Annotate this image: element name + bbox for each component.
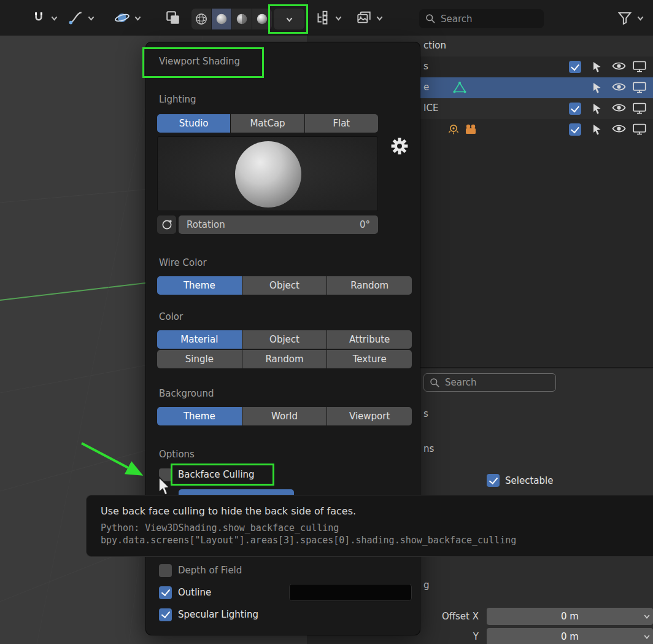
options-section-label: Options bbox=[159, 449, 195, 460]
cursor-pointer-icon bbox=[591, 82, 603, 94]
monitor-icon bbox=[633, 61, 646, 72]
disable-in-viewports-toggle[interactable] bbox=[633, 82, 647, 94]
proportional-editing-dropdown[interactable] bbox=[68, 8, 96, 28]
color-object-button[interactable]: Object bbox=[242, 330, 327, 349]
shading-material-preview-button[interactable] bbox=[232, 9, 252, 29]
hide-in-viewport-toggle[interactable] bbox=[612, 82, 626, 94]
selectable-checkbox[interactable] bbox=[487, 474, 500, 487]
offset-y-field[interactable]: 0 m bbox=[487, 628, 653, 644]
shading-rendered-button[interactable] bbox=[252, 9, 272, 29]
selectable-toggle[interactable] bbox=[591, 103, 605, 115]
backface-culling-tooltip: Use back face culling to hide the back s… bbox=[86, 495, 653, 557]
chevron-down-icon bbox=[87, 14, 96, 23]
offset-y-value: 0 m bbox=[561, 631, 579, 642]
color-material-button[interactable]: Material bbox=[157, 330, 242, 349]
wire-random-button[interactable]: Random bbox=[327, 276, 412, 295]
chevron-down-icon bbox=[636, 14, 645, 23]
disable-in-viewports-toggle[interactable] bbox=[633, 123, 647, 136]
row-label: ction bbox=[423, 40, 446, 51]
xray-toggle-button[interactable] bbox=[163, 8, 183, 28]
tooltip-python-ref: Python: View3DShading.show_backface_cull… bbox=[101, 522, 653, 533]
studiolight-preview[interactable] bbox=[157, 136, 378, 211]
depth-of-field-row[interactable]: Depth of Field bbox=[159, 563, 242, 578]
row-label: s bbox=[423, 61, 428, 72]
wire-theme-button[interactable]: Theme bbox=[157, 276, 242, 295]
monitor-icon bbox=[633, 123, 646, 135]
disable-in-viewports-toggle[interactable] bbox=[633, 103, 647, 115]
lighting-flat-button[interactable]: Flat bbox=[305, 114, 378, 133]
selectable-toggle[interactable] bbox=[591, 82, 605, 94]
outliner-search[interactable] bbox=[419, 9, 544, 28]
chevron-down-icon bbox=[334, 14, 343, 23]
filter-dropdown[interactable] bbox=[617, 8, 645, 28]
filter-funnel-icon bbox=[617, 10, 633, 26]
outline-color-swatch[interactable] bbox=[289, 584, 412, 601]
solid-sphere-icon bbox=[215, 12, 228, 26]
chevron-down-icon bbox=[50, 14, 59, 23]
wireframe-sphere-icon bbox=[195, 12, 208, 26]
background-theme-button[interactable]: Theme bbox=[157, 407, 242, 425]
cursor-pointer-icon bbox=[591, 61, 603, 73]
color-texture-button[interactable]: Texture bbox=[327, 350, 412, 368]
outline-checkbox[interactable] bbox=[159, 586, 172, 599]
orbit-rotate-icon bbox=[161, 219, 173, 231]
collection-exclude-checkbox[interactable] bbox=[569, 123, 581, 136]
properties-search[interactable] bbox=[423, 373, 556, 392]
specular-lighting-row[interactable]: Specular Lighting bbox=[159, 607, 258, 622]
view-layer-dropdown[interactable] bbox=[356, 8, 384, 28]
hide-in-viewport-toggle[interactable] bbox=[612, 61, 626, 73]
wire-object-button[interactable]: Object bbox=[242, 276, 327, 295]
shading-solid-button[interactable] bbox=[212, 9, 231, 29]
rotation-label: Rotation bbox=[187, 219, 225, 230]
offset-x-field[interactable]: 0 m bbox=[487, 608, 653, 625]
snap-magnet-icon bbox=[31, 10, 47, 26]
properties-search-input[interactable] bbox=[445, 377, 531, 388]
color-single-button[interactable]: Single bbox=[157, 350, 242, 368]
studiolight-sphere bbox=[235, 141, 301, 208]
hide-in-viewport-toggle[interactable] bbox=[612, 103, 626, 115]
viewport-shading-dropdown-button[interactable] bbox=[274, 9, 304, 29]
lighting-studio-button[interactable]: Studio bbox=[157, 114, 230, 133]
depth-of-field-checkbox[interactable] bbox=[159, 564, 172, 577]
offset-x-value: 0 m bbox=[561, 611, 579, 622]
shading-wireframe-button[interactable] bbox=[191, 9, 211, 29]
gizmo-sphere-icon bbox=[114, 10, 130, 26]
gizmo-dropdown[interactable] bbox=[114, 8, 142, 28]
color-segmented-row1: Material Object Attribute bbox=[157, 330, 412, 349]
lighting-section-label: Lighting bbox=[159, 94, 196, 105]
tooltip-description: Use back face culling to hide the back s… bbox=[101, 505, 653, 517]
outline-label: Outline bbox=[178, 587, 211, 598]
background-viewport-button[interactable]: Viewport bbox=[327, 407, 412, 425]
view-layer-images-icon bbox=[356, 10, 372, 26]
blender-window: ction s e ICE bbox=[0, 0, 653, 644]
selectable-checkbox-row[interactable]: Selectable bbox=[487, 474, 553, 487]
backface-culling-row[interactable]: Backface Culling bbox=[159, 467, 255, 482]
disable-in-viewports-toggle[interactable] bbox=[633, 61, 647, 73]
backface-culling-checkbox[interactable] bbox=[159, 468, 172, 481]
camera-data-icon bbox=[464, 123, 478, 136]
shading-mode-group bbox=[191, 9, 272, 29]
chevron-down-icon bbox=[375, 14, 384, 23]
rotation-slider[interactable]: Rotation 0° bbox=[179, 215, 378, 234]
selectable-toggle[interactable] bbox=[591, 61, 605, 73]
outline-row[interactable]: Outline bbox=[159, 585, 211, 600]
collection-exclude-checkbox[interactable] bbox=[569, 103, 581, 115]
lighting-segmented-control: Studio MatCap Flat bbox=[157, 114, 378, 133]
hide-in-viewport-toggle[interactable] bbox=[612, 123, 626, 136]
studiolight-settings-button[interactable] bbox=[390, 137, 409, 157]
selectable-label: Selectable bbox=[505, 475, 553, 486]
specular-lighting-checkbox[interactable] bbox=[159, 608, 172, 621]
snapping-dropdown[interactable] bbox=[31, 8, 59, 28]
search-icon bbox=[425, 14, 436, 24]
color-attribute-button[interactable]: Attribute bbox=[327, 330, 412, 349]
selectable-toggle[interactable] bbox=[591, 123, 605, 136]
world-rotate-button[interactable] bbox=[157, 215, 176, 234]
eye-icon bbox=[612, 103, 626, 113]
outliner-display-mode-dropdown[interactable] bbox=[315, 8, 343, 28]
lighting-matcap-button[interactable]: MatCap bbox=[231, 114, 304, 133]
background-world-button[interactable]: World bbox=[242, 407, 327, 425]
color-random-button[interactable]: Random bbox=[242, 350, 327, 368]
gear-icon bbox=[391, 138, 408, 155]
outliner-search-input[interactable] bbox=[441, 14, 527, 25]
collection-exclude-checkbox[interactable] bbox=[569, 61, 581, 73]
